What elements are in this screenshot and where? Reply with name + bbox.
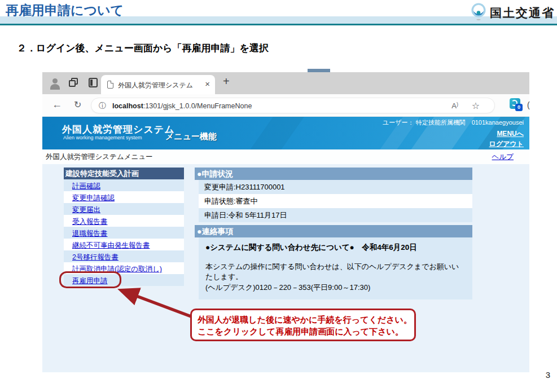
menu-row: 変更届出 xyxy=(64,203,184,215)
status-row-application-state: 申請状態:審査中 xyxy=(199,194,472,208)
menu-item-plan-confirm[interactable]: 計画確認 xyxy=(72,182,100,190)
tab-title: 外国人就労管理システム xyxy=(118,81,193,90)
page-icon xyxy=(107,81,113,89)
logged-in-user: ユーザー： 特定技能所属機関 0101kanaegyousei xyxy=(383,118,524,127)
tab-actions-icon[interactable] xyxy=(89,78,98,87)
menu-item-change-notification[interactable]: 変更届出 xyxy=(72,206,100,214)
notice-title: ●システムに関する問い合わせ先について● 令和4年6月20日 xyxy=(205,243,466,253)
url-text[interactable]: localhost:1301/gjsk_1.0.0/MenuFrameNone xyxy=(112,102,252,110)
page-number: 3 xyxy=(546,370,550,380)
menu-item-acceptance-report[interactable]: 受入報告書 xyxy=(72,218,108,226)
help-link[interactable]: ヘルプ xyxy=(492,152,514,162)
profile-avatar-icon[interactable] xyxy=(49,77,60,90)
menu-top-link[interactable]: MENUへ xyxy=(497,129,524,139)
app-content: 建設特定技能受入計画 計画確認 変更申請確認 変更届出 受入報告書 退職報告書 … xyxy=(42,164,529,372)
refresh-icon[interactable]: ↻ xyxy=(74,99,81,110)
system-subtitle: Alien working management system xyxy=(63,135,142,140)
menu-row: 受入報告書 xyxy=(64,215,184,227)
menu-item-type2-transition-report[interactable]: 2号移行報告書 xyxy=(72,253,119,261)
address-bar[interactable]: ⓘ localhost:1301/gjsk_1.0.0/MenuFrameNon… xyxy=(91,98,495,113)
title-underline-rule xyxy=(0,24,557,25)
workspaces-icon[interactable] xyxy=(69,78,78,87)
menu-item-change-application-confirm[interactable]: 変更申請確認 xyxy=(72,194,115,202)
status-row-application-date: 申請日:令和 5年11月17日 xyxy=(199,208,472,222)
app-header-banner: 外国人就労管理システム Alien working management sys… xyxy=(42,117,529,149)
menu-item-continuation-impossible-report[interactable]: 継続不可事由発生報告書 xyxy=(72,241,150,249)
step-heading: ２．ログイン後、メニュー画面から「再雇用申請」を選択 xyxy=(17,42,269,55)
read-aloud-icon[interactable]: A) xyxy=(451,102,458,110)
favorite-star-icon[interactable]: ☆ xyxy=(472,100,480,111)
menu-row: 退職報告書 xyxy=(64,227,184,239)
annotation-line1: 外国人が退職した後に速やかに手続を行ってください。 xyxy=(198,314,409,325)
banner-stripe xyxy=(245,117,309,149)
system-title: 外国人就労管理システム xyxy=(62,123,175,136)
status-row-change-application: 変更申請:H23111700001 xyxy=(199,180,472,194)
browser-tab-bar: 外国人就労管理システム × + xyxy=(42,72,529,94)
notice-header: ●連絡事項 xyxy=(195,225,472,237)
breadcrumb: 外国人就労管理システムメニュー xyxy=(46,152,153,162)
notice-helpdesk: (ヘルプデスク)0120－220－353(平日9:00～17:30) xyxy=(205,283,466,293)
menu-row: 継続不可事由発生報告書 xyxy=(64,239,184,250)
site-info-icon[interactable]: ⓘ xyxy=(99,101,106,111)
tab-close-icon[interactable]: × xyxy=(205,80,210,89)
logout-link[interactable]: ログアウト xyxy=(489,139,524,149)
status-panel: ●申請状況 変更申請:H23111700001 申請状態:審査中 申請日:令和 … xyxy=(195,168,472,299)
mlit-logo: 国土交通省 xyxy=(470,2,555,24)
menu-row: 変更申請確認 xyxy=(64,191,184,203)
annotation-circle xyxy=(59,271,121,288)
clipped-toolbar-icon[interactable]: ( xyxy=(527,100,530,109)
url-path: :1301/gjsk_1.0.0/MenuFrameNone xyxy=(143,102,252,110)
mlit-logo-icon xyxy=(470,2,488,24)
browser-essentials-icon[interactable]: 0 xyxy=(510,98,520,109)
breadcrumb-bar: 外国人就労管理システムメニュー ヘルプ xyxy=(42,149,529,164)
annotation-box: 外国人が退職した後に速やかに手続を行ってください。 ここをクリックして再雇用申請… xyxy=(190,309,416,341)
menu-header: 建設特定技能受入計画 xyxy=(64,168,184,179)
menu-row: 2号移行報告書 xyxy=(64,250,184,262)
left-menu-panel: 建設特定技能受入計画 計画確認 変更申請確認 変更届出 受入報告書 退職報告書 … xyxy=(64,168,184,286)
browser-window: 外国人就労管理システム × + ← ↻ ⓘ localhost:1301/gjs… xyxy=(42,72,529,372)
menu-row: 計画確認 xyxy=(64,179,184,191)
new-tab-button[interactable]: + xyxy=(223,75,230,88)
annotation-line2: ここをクリックして再雇用申請画面に入って下さい。 xyxy=(198,325,409,337)
menu-item-resignation-report[interactable]: 退職報告書 xyxy=(72,230,108,237)
notice-body: 本システムの操作に関する問い合わせは、以下のヘルプデスクまでお願いいたします。 xyxy=(205,262,466,281)
url-host: localhost xyxy=(112,102,143,110)
notice-box: ●システムに関する問い合わせ先について● 令和4年6月20日 本システムの操作に… xyxy=(199,237,472,299)
application-status-header: ●申請状況 xyxy=(195,168,472,180)
browser-toolbar: ← ↻ ⓘ localhost:1301/gjsk_1.0.0/MenuFram… xyxy=(42,94,529,117)
back-icon[interactable]: ← xyxy=(52,99,62,111)
slide: 再雇用申請について 国土交通省 ２．ログイン後、メニュー画面から「再雇用申請」を… xyxy=(0,0,557,392)
ministry-name: 国土交通省 xyxy=(490,5,555,21)
function-label: メニュー機能 xyxy=(165,131,217,142)
browser-tab[interactable]: 外国人就労管理システム × xyxy=(101,75,215,94)
essentials-badge: 0 xyxy=(515,104,523,111)
